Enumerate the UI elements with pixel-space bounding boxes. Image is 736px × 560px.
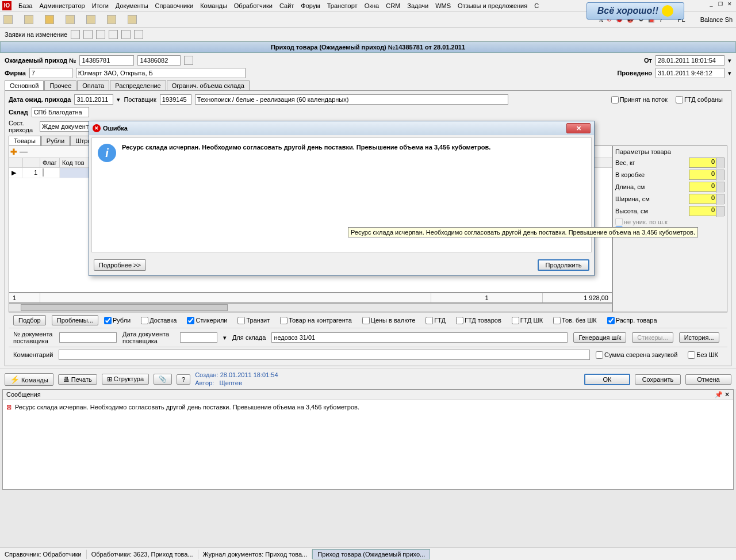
menu-commands[interactable]: Команды	[197, 1, 231, 10]
chk-raspr[interactable]: Распр. товара	[607, 317, 657, 324]
done-date[interactable]	[656, 68, 724, 78]
date-dd-icon[interactable]: ▾	[223, 334, 227, 342]
dialog-close-button[interactable]: ✕	[566, 123, 591, 133]
chk-sum-sverena[interactable]: Сумма сверена закупкой	[596, 351, 677, 359]
more-button[interactable]: Подробнее >>	[94, 259, 146, 271]
status-1[interactable]: Справочник: Обработчики	[0, 550, 87, 559]
sub-icon-2[interactable]	[83, 30, 93, 39]
chk-stickers[interactable]: Стикерили	[187, 317, 227, 324]
chk-gtd-tov[interactable]: ГТД товаров	[456, 317, 501, 324]
tab-raspred[interactable]: Распределение	[110, 80, 166, 90]
menu-documents[interactable]: Документы	[112, 1, 152, 10]
structure-button[interactable]: ⊞ Структура	[102, 374, 149, 385]
sub-icon-1[interactable]	[71, 30, 80, 39]
menu-base[interactable]: База	[15, 1, 36, 10]
menu-wms[interactable]: WMS	[432, 1, 454, 10]
param-box[interactable]: 0	[689, 170, 724, 180]
for-sklad-input[interactable]	[271, 332, 568, 343]
chk-gtd2[interactable]: ГТД	[425, 317, 446, 324]
comment-input[interactable]	[59, 350, 590, 360]
tab-ogranich[interactable]: Огранич. объема склада	[167, 80, 250, 90]
cancel-button[interactable]: Отмена	[685, 374, 731, 385]
dropdown-icon-2[interactable]: ▾	[728, 70, 731, 77]
menu-admin[interactable]: Администратор	[36, 1, 88, 10]
tab-rubli[interactable]: Рубли	[41, 136, 70, 145]
spinner-icon[interactable]	[716, 194, 724, 205]
col-marker[interactable]	[9, 158, 23, 167]
attach-button[interactable]: 📎	[154, 374, 172, 385]
supplier-code[interactable]	[160, 94, 191, 105]
menu-forum[interactable]: Форум	[297, 1, 323, 10]
tab-osnovnoi[interactable]: Основной	[5, 80, 44, 90]
chk-gtd[interactable]: ГТД собраны	[676, 96, 723, 103]
chk-dostavka[interactable]: Доставка	[141, 317, 177, 324]
gen-sk-button[interactable]: Генерация ш/к	[573, 332, 626, 343]
menu-transport[interactable]: Транспорт	[324, 1, 361, 10]
close-icon[interactable]: ✕	[726, 1, 734, 8]
sub-icon-4[interactable]	[109, 30, 118, 39]
save-button[interactable]: Сохранить	[635, 374, 681, 385]
toolbar-icon-6[interactable]	[107, 15, 116, 24]
doc-number-2[interactable]	[137, 55, 181, 66]
continue-button[interactable]: Продолжить	[538, 259, 589, 271]
spinner-icon[interactable]	[716, 206, 724, 217]
status-2[interactable]: Обработчики: 3623, Приход това...	[87, 550, 198, 559]
remove-row-icon[interactable]: —	[20, 147, 28, 156]
chk-rubli[interactable]: Рубли	[104, 317, 131, 324]
col-flag[interactable]: Флаг	[40, 158, 60, 167]
param-weight[interactable]: 0	[689, 158, 724, 168]
col-num[interactable]	[23, 158, 40, 167]
chk-bez-shk[interactable]: Тов. без ШК	[553, 317, 597, 324]
toolbar-icon-7[interactable]	[128, 15, 137, 24]
scroll-thumb[interactable]	[21, 304, 228, 311]
podbor-button[interactable]: Подбор	[13, 315, 46, 325]
flag-cell[interactable]	[43, 168, 44, 177]
chk-unique[interactable]: не уник. по ш.к	[615, 218, 668, 225]
spinner-icon[interactable]	[716, 158, 724, 168]
commands-button[interactable]: ⚡ Команды	[5, 373, 53, 386]
chk-prices[interactable]: Цены в валюте	[362, 317, 416, 324]
sub-icon-6[interactable]	[134, 30, 143, 39]
toolbar-icon-4[interactable]	[66, 15, 75, 24]
status-4[interactable]: Приход товара (Ожидаемый прихо...	[312, 549, 430, 559]
horizontal-scrollbar[interactable]	[9, 303, 612, 312]
add-row-icon[interactable]: ✚	[10, 147, 17, 156]
tab-prochee[interactable]: Прочее	[44, 80, 76, 90]
toolbar-icon-3[interactable]	[45, 15, 54, 24]
chk-tranzit[interactable]: Транзит	[237, 317, 270, 324]
param-length[interactable]: 0	[689, 182, 724, 192]
spinner-icon[interactable]	[716, 170, 724, 181]
minimize-icon[interactable]: _	[707, 1, 715, 8]
doc-number-1[interactable]	[79, 55, 134, 66]
problems-button[interactable]: Проблемы...	[52, 315, 98, 325]
chk-potok[interactable]: Принят на поток	[611, 96, 668, 103]
doc-num-input[interactable]	[59, 332, 117, 343]
pin-icon[interactable]: 📌	[715, 391, 723, 398]
dropdown-icon[interactable]: ▾	[728, 57, 731, 64]
menu-c[interactable]: С	[531, 1, 542, 10]
menu-crm[interactable]: CRM	[382, 1, 404, 10]
toolbar-icon-2[interactable]	[24, 15, 33, 24]
doc-date-input[interactable]	[180, 332, 217, 343]
help-button[interactable]: ?	[177, 374, 190, 385]
menu-reference[interactable]: Справочники	[152, 1, 197, 10]
print-button[interactable]: 🖶 Печать	[58, 374, 97, 385]
param-width[interactable]: 0	[689, 194, 724, 204]
firm-name[interactable]	[76, 68, 246, 78]
spinner-icon[interactable]	[716, 182, 724, 193]
toolbar-icon-1[interactable]	[3, 15, 13, 24]
close-panel-icon[interactable]: ✕	[724, 391, 730, 398]
toolbar-icon-5[interactable]	[86, 15, 95, 24]
menu-handlers[interactable]: Обработчики	[231, 1, 276, 10]
menu-itogi[interactable]: Итоги	[89, 1, 112, 10]
menu-tasks[interactable]: Задачи	[404, 1, 432, 10]
copy-icon[interactable]	[184, 56, 193, 65]
tab-tovary[interactable]: Товары	[9, 136, 41, 145]
chk-bez-shk-2[interactable]: Без ШК	[688, 351, 718, 359]
status-3[interactable]: Журнал документов: Приход това...	[198, 550, 313, 559]
expected-date[interactable]	[74, 94, 113, 105]
balance-label[interactable]: Balance Sh	[700, 16, 733, 23]
sub-icon-5[interactable]	[121, 30, 131, 39]
chk-tovar-kontr[interactable]: Товар на контрагента	[280, 317, 352, 324]
chk-gtd-shk[interactable]: ГТД ШК	[512, 317, 543, 324]
